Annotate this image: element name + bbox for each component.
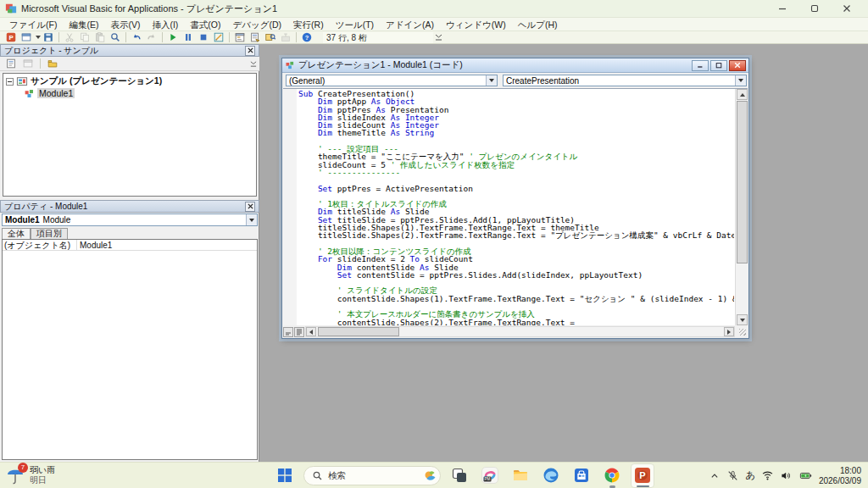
object-browser-icon[interactable] — [263, 31, 278, 44]
menu-item[interactable]: 実行(R) — [287, 18, 330, 31]
close-button[interactable] — [831, 0, 863, 17]
code-combo-row: (General) CreatePresentation — [282, 73, 748, 88]
resize-grip[interactable] — [736, 326, 748, 337]
project-tree-root[interactable]: サンプル (プレゼンテーション1) — [3, 75, 256, 87]
tab-categorized[interactable]: 項目別 — [31, 228, 68, 239]
scroll-down-icon[interactable] — [737, 314, 748, 325]
code-text[interactable]: Sub CreatePresentation() Dim pptApp As O… — [298, 90, 734, 325]
taskbar-app-chrome[interactable] — [600, 463, 624, 488]
full-module-view-button[interactable] — [294, 327, 304, 337]
code-line[interactable]: Set contentSlide = pptPres.Slides.Add(sl… — [298, 271, 734, 279]
menu-item[interactable]: ウィンドウ(W) — [440, 18, 512, 31]
maximize-button[interactable] — [798, 0, 831, 17]
reset-icon[interactable] — [196, 31, 211, 44]
run-icon[interactable] — [165, 31, 181, 44]
toolbar-overflow-icon[interactable] — [435, 32, 442, 42]
procedure-view-button[interactable] — [283, 327, 293, 337]
tray-chevron-icon[interactable] — [709, 470, 721, 482]
design-mode-icon[interactable] — [211, 31, 226, 44]
search-box[interactable]: 検索 — [303, 466, 441, 485]
code-window-titlebar[interactable]: プレゼンテーション1 - Module1 (コード) — [282, 58, 748, 73]
code-segment — [298, 270, 337, 280]
toggle-folders-icon[interactable] — [45, 58, 60, 70]
menu-item[interactable]: ヘルプ(H) — [512, 18, 564, 31]
weather-text: 弱い雨 明日 — [30, 465, 55, 485]
clock[interactable]: 18:00 2026/03/09 — [819, 466, 861, 485]
properties-window-icon[interactable] — [248, 31, 263, 44]
save-icon[interactable] — [41, 31, 56, 44]
code-line[interactable]: Set pptPres = ActivePresentation — [298, 185, 734, 192]
view-powerpoint-icon[interactable]: P — [3, 31, 19, 44]
menu-item[interactable]: 表示(V) — [104, 18, 146, 31]
code-editor[interactable]: Sub CreatePresentation() Dim pptApp As O… — [283, 88, 748, 325]
taskbar-app-m365-copilot[interactable]: PM — [478, 463, 502, 488]
code-minimize-button[interactable] — [692, 60, 709, 71]
running-indicator — [637, 485, 649, 487]
insert-userform-icon[interactable] — [19, 31, 34, 44]
vertical-scroll-thumb[interactable] — [737, 101, 748, 263]
weather-widget[interactable]: 7 弱い雨 明日 — [5, 464, 55, 486]
scroll-up-icon[interactable] — [737, 89, 748, 100]
menu-item[interactable]: ツール(T) — [330, 18, 380, 31]
project-explorer-icon[interactable] — [232, 31, 248, 44]
tab-alphabetic[interactable]: 全体 — [2, 228, 31, 239]
cut-icon[interactable] — [62, 31, 77, 44]
scroll-left-icon[interactable] — [306, 327, 316, 336]
properties-object-selector[interactable]: Module1 Module — [2, 214, 258, 226]
property-row[interactable]: (オブジェクト名) Module1 — [3, 240, 257, 251]
find-icon[interactable] — [108, 31, 123, 44]
code-line[interactable]: contentSlide.Shapes(1).TextFrame.TextRan… — [298, 295, 734, 302]
help-icon[interactable]: ? — [299, 31, 314, 44]
undo-icon[interactable] — [129, 31, 144, 44]
code-segment: ' 作成したいスライド枚数を指定 — [391, 160, 515, 169]
code-restore-button[interactable] — [710, 60, 727, 71]
taskbar-app-powerpoint[interactable]: P — [631, 463, 654, 488]
code-bottom-bar — [283, 326, 735, 337]
project-tree-module[interactable]: Module1 — [3, 87, 256, 99]
redo-icon[interactable] — [144, 31, 159, 44]
menu-item[interactable]: 編集(E) — [63, 18, 104, 31]
code-line[interactable]: Dim themeTitle As String — [298, 129, 734, 136]
panel-overflow-icon[interactable] — [250, 59, 257, 69]
code-close-button[interactable] — [729, 60, 746, 71]
toolbox-icon[interactable] — [278, 31, 293, 44]
horizontal-scrollbar[interactable] — [305, 326, 735, 337]
menu-item[interactable]: アドイン(A) — [380, 18, 440, 31]
object-dropdown[interactable]: (General) — [286, 75, 498, 86]
project-panel-close-icon[interactable] — [245, 46, 255, 56]
vertical-scrollbar[interactable] — [735, 89, 748, 325]
view-object-icon[interactable] — [20, 58, 36, 70]
menu-item[interactable]: 挿入(I) — [146, 18, 184, 31]
pen-muted-icon[interactable] — [726, 469, 739, 482]
code-line[interactable]: contentSlide.Shapes(2).TextFrame.TextRan… — [298, 319, 734, 325]
start-button[interactable] — [273, 463, 297, 488]
break-icon[interactable] — [181, 31, 196, 44]
paste-icon[interactable] — [92, 31, 108, 44]
ime-indicator[interactable]: あ — [745, 469, 755, 482]
procedure-dropdown-icon[interactable] — [735, 75, 746, 86]
battery-icon[interactable] — [798, 469, 813, 482]
tree-root-label: サンプル (プレゼンテーション1) — [31, 75, 162, 87]
procedure-dropdown[interactable]: CreatePresentation — [503, 75, 747, 86]
menu-item[interactable]: 書式(O) — [184, 18, 226, 31]
taskbar-app-edge[interactable] — [539, 463, 563, 488]
taskbar-app-task-view[interactable] — [448, 463, 471, 488]
object-dropdown-icon[interactable] — [486, 75, 497, 86]
menu-item[interactable]: ファイル(F) — [3, 18, 63, 31]
taskbar-app-store[interactable] — [570, 463, 593, 488]
menu-item[interactable]: デバッグ(D) — [227, 18, 288, 31]
horizontal-scroll-thumb[interactable] — [318, 327, 399, 336]
code-line[interactable]: ' --------------- — [298, 169, 734, 176]
selector-dropdown-icon[interactable] — [246, 214, 257, 225]
copy-icon[interactable] — [77, 31, 92, 44]
volume-icon[interactable] — [780, 469, 793, 482]
wifi-icon[interactable] — [761, 469, 774, 482]
tree-collapse-box[interactable] — [6, 78, 14, 86]
properties-panel-close-icon[interactable] — [245, 202, 255, 212]
properties-tabs: 全体 項目別 — [2, 228, 68, 239]
view-code-icon[interactable] — [3, 58, 19, 70]
taskbar-app-file-explorer[interactable] — [509, 463, 532, 488]
minimize-button[interactable] — [766, 0, 798, 17]
scroll-right-icon[interactable] — [724, 327, 734, 336]
code-line[interactable]: titleSlide.Shapes(2).TextFrame.TextRange… — [298, 231, 734, 239]
